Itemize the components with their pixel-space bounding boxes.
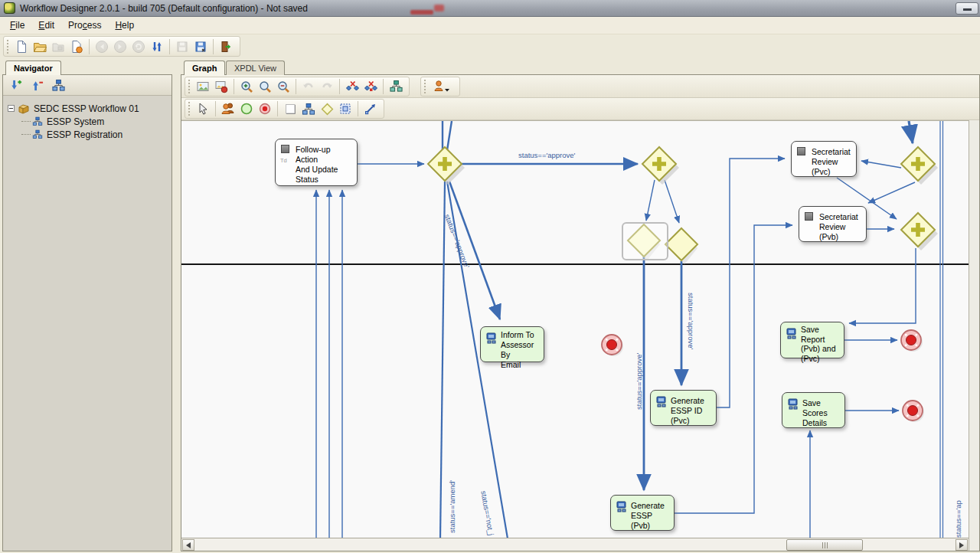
- participant-tool-icon[interactable]: [219, 100, 237, 118]
- activity-secretariat-pvb[interactable]: Secretariat Review (Pvb): [799, 206, 867, 242]
- toolbar-grip[interactable]: [188, 102, 191, 116]
- transition-gateway2-route1[interactable]: [646, 180, 655, 221]
- scroll-left-button[interactable]: [182, 539, 194, 551]
- activity-save-report[interactable]: Save Report (Pvb) and (Pvc): [780, 322, 844, 358]
- toolbar-grip[interactable]: [424, 80, 426, 93]
- open-package-icon[interactable]: [31, 38, 49, 56]
- transition-tool-icon[interactable]: [361, 100, 380, 118]
- configuration-sort-icon[interactable]: [148, 38, 166, 56]
- transition-gateway4-save-report[interactable]: [849, 248, 916, 323]
- activity-label: Review (Pvc): [812, 157, 853, 177]
- graph-panel: Graph XPDL View: [181, 61, 980, 551]
- tree-item-essp-registration[interactable]: ESSP Registration: [8, 128, 168, 141]
- zoom-actual-icon[interactable]: [256, 77, 274, 96]
- tab-graph[interactable]: Graph: [184, 61, 225, 75]
- gateway-parallel-3[interactable]: [901, 147, 938, 185]
- activity-label: Assessor By: [501, 340, 541, 360]
- activity-label: Generate: [631, 501, 671, 511]
- exit-icon[interactable]: [217, 38, 235, 56]
- activity-inform-assessor[interactable]: Inform To Assessor By Email: [480, 326, 544, 362]
- new-document-icon[interactable]: [12, 38, 31, 56]
- end-event-2[interactable]: [901, 330, 923, 352]
- end-event-1[interactable]: [602, 335, 623, 356]
- split-pane-divider[interactable]: [172, 61, 181, 551]
- activity-label: Secretariat: [819, 212, 863, 222]
- activity-followup[interactable]: Td Follow-up Action And Update Status: [275, 139, 358, 186]
- block-tool-icon[interactable]: [336, 100, 354, 118]
- activity-generate-essp-id[interactable]: Generate ESSP ID (Pvc): [650, 390, 717, 426]
- select-tool-icon[interactable]: [194, 100, 212, 118]
- activity-label: ESSP (Pvb): [631, 511, 671, 531]
- zoom-out-icon[interactable]: [274, 77, 292, 96]
- start-event-tool-icon[interactable]: [237, 100, 256, 118]
- route-tool-icon[interactable]: [318, 100, 336, 118]
- activity-secretariat-pvc[interactable]: Secretariat Review (Pvc): [791, 141, 857, 177]
- remove-all-points-icon[interactable]: [361, 77, 380, 96]
- activity-badge: Td: [280, 155, 287, 165]
- toolbar-grip[interactable]: [188, 80, 191, 93]
- app-logo-icon: [4, 2, 15, 14]
- tree-item-label: ESSP Registration: [47, 129, 122, 140]
- workflow-canvas[interactable]: Td Follow-up Action And Update Status Se…: [181, 120, 969, 538]
- tree-root-label: SEDC ESSP Workflow 01: [34, 103, 139, 114]
- tab-xpdl-view[interactable]: XPDL View: [226, 61, 285, 75]
- menu-edit[interactable]: Edit: [31, 18, 61, 32]
- tree-view-icon[interactable]: [49, 76, 67, 94]
- vertical-scrollbar[interactable]: [969, 120, 979, 551]
- move-up-remove-icon[interactable]: [28, 76, 46, 94]
- activity-label: Secretariat: [812, 147, 853, 157]
- move-down-add-icon[interactable]: [6, 76, 24, 94]
- activity-tool-icon[interactable]: [281, 100, 299, 118]
- export-image-icon[interactable]: [194, 77, 212, 96]
- image-settings-icon[interactable]: [212, 77, 230, 96]
- scrollbar-thumb[interactable]: [786, 539, 863, 551]
- overview-tree-icon[interactable]: [387, 77, 405, 96]
- transition-gateway1-amend[interactable]: [440, 182, 445, 538]
- menu-process[interactable]: Process: [61, 18, 108, 32]
- transition-label: status=='approve': [687, 293, 695, 349]
- activity-save-scores[interactable]: Save Scores Details: [782, 392, 845, 428]
- tree-item-essp-system[interactable]: ESSP System: [8, 115, 168, 128]
- horizontal-scrollbar[interactable]: [181, 538, 969, 551]
- minimize-button[interactable]: [956, 2, 978, 15]
- save-as-icon[interactable]: [191, 38, 210, 56]
- end-event-tool-icon[interactable]: [256, 100, 274, 118]
- transition-gateway2-route2[interactable]: [665, 180, 679, 223]
- participant-dropdown[interactable]: [430, 77, 456, 96]
- transition-generate-essp-secretariat-pvb[interactable]: [675, 225, 792, 513]
- transition-label: status=='approve': [518, 151, 575, 159]
- navigator-tab[interactable]: Navigator: [5, 61, 61, 75]
- toolbar-grip[interactable]: [7, 40, 9, 54]
- menu-file[interactable]: File: [3, 18, 31, 32]
- transition-generate-id-secretariat-pvc[interactable]: [717, 159, 785, 407]
- transition-label: status=='amend': [448, 480, 456, 533]
- transition-gateway3-secretariat-pvc[interactable]: [861, 161, 901, 168]
- save-icon: [173, 38, 191, 56]
- red-artifact: [410, 10, 433, 15]
- menu-help[interactable]: Help: [108, 18, 141, 32]
- gateway-parallel-2[interactable]: [642, 147, 679, 185]
- zoom-in-icon[interactable]: [237, 77, 256, 96]
- tree-item-label: ESSP System: [47, 116, 104, 127]
- subflow-tool-icon[interactable]: [299, 100, 318, 118]
- collapse-expander-icon[interactable]: [8, 105, 15, 112]
- transition-into-gateway3[interactable]: [909, 121, 913, 143]
- gateway-parallel-4[interactable]: [901, 213, 938, 250]
- remove-points-icon[interactable]: [343, 77, 361, 96]
- activity-label: (Pvb) and: [801, 344, 841, 354]
- red-artifact: [434, 5, 444, 11]
- transition-into-gateway1-b[interactable]: [447, 121, 452, 150]
- route-activity-2[interactable]: [665, 228, 697, 264]
- transition-label: status=='approve': [635, 353, 643, 410]
- end-event-3[interactable]: [903, 401, 924, 422]
- tree-root-row[interactable]: SEDC ESSP Workflow 01: [8, 102, 168, 115]
- transition-gateway3-secretariat-pvb[interactable]: [868, 182, 915, 203]
- gateway-parallel-1[interactable]: [428, 147, 465, 185]
- activity-label: Generate: [671, 396, 713, 406]
- back-icon: [93, 38, 111, 56]
- scroll-right-button[interactable]: [956, 539, 968, 551]
- activity-generate-essp[interactable]: Generate ESSP (Pvb): [610, 495, 675, 531]
- close-package-icon[interactable]: [67, 38, 86, 56]
- undo-icon: [299, 77, 318, 96]
- activity-label: ESSP ID (Pvc): [671, 406, 713, 426]
